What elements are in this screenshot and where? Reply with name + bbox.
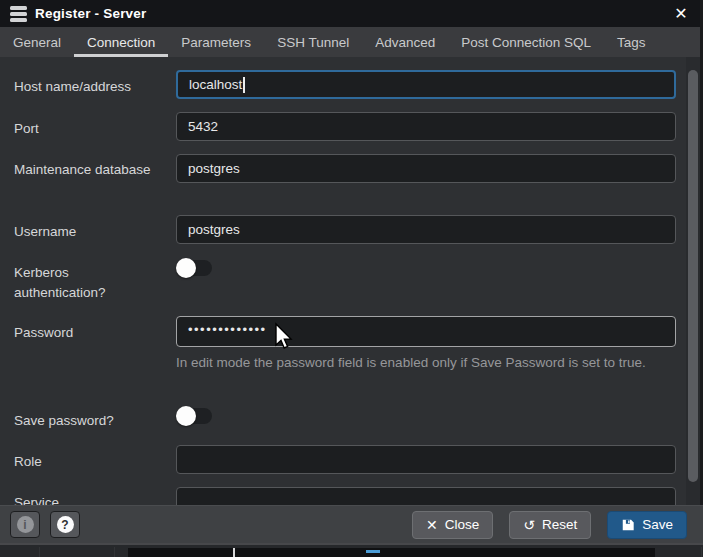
password-helper-text: In edit mode the password field is enabl… <box>176 352 674 374</box>
reset-icon: ↺ <box>523 518 535 532</box>
tab-post-connection-sql[interactable]: Post Connection SQL <box>448 27 604 57</box>
background-table-row <box>128 548 655 557</box>
close-button-label: Close <box>445 517 480 532</box>
text-caret <box>243 77 245 93</box>
register-server-dialog: Register - Server ✕ General Connection P… <box>0 0 703 557</box>
kerberos-label: Kerberos authentication? <box>14 263 164 303</box>
maintenance-db-value: postgres <box>188 161 240 176</box>
kerberos-toggle[interactable] <box>178 260 212 276</box>
toggle-knob <box>176 258 196 278</box>
username-label: Username <box>14 222 164 242</box>
save-button-label: Save <box>642 517 673 532</box>
reset-button-label: Reset <box>542 517 577 532</box>
save-button[interactable]: Save <box>607 511 687 539</box>
tab-parameters[interactable]: Parameters <box>168 27 264 57</box>
close-button-icon: ✕ <box>426 518 438 532</box>
port-value: 5432 <box>188 119 218 134</box>
close-icon[interactable]: ✕ <box>667 0 695 27</box>
maintenance-db-label: Maintenance database <box>14 160 164 180</box>
connection-form: Host name/address localhost Port 5432 Ma… <box>0 57 700 543</box>
reset-button[interactable]: ↺ Reset <box>509 511 591 539</box>
scrollbar-thumb[interactable] <box>688 70 698 482</box>
role-input[interactable] <box>176 445 676 474</box>
maintenance-db-input[interactable]: postgres <box>176 154 676 183</box>
info-icon: i <box>17 516 34 533</box>
dialog-titlebar: Register - Server ✕ <box>0 0 703 27</box>
host-input[interactable]: localhost <box>176 70 676 99</box>
tab-connection[interactable]: Connection <box>74 27 168 57</box>
password-input[interactable]: ••••••••••••• <box>176 316 676 347</box>
help-button[interactable]: ? <box>50 511 80 538</box>
background-app-strip <box>0 543 703 557</box>
host-value: localhost <box>189 77 242 92</box>
close-button[interactable]: ✕ Close <box>412 511 493 539</box>
sql-info-button[interactable]: i <box>10 511 40 538</box>
username-input[interactable]: postgres <box>176 215 676 244</box>
port-input[interactable]: 5432 <box>176 112 676 141</box>
server-icon <box>10 6 27 22</box>
tab-tags[interactable]: Tags <box>604 27 659 57</box>
host-label: Host name/address <box>14 77 164 97</box>
form-scrollbar[interactable] <box>686 57 700 543</box>
tab-general[interactable]: General <box>0 27 74 57</box>
dialog-footer: i ? ✕ Close ↺ Reset <box>0 505 703 543</box>
save-password-toggle[interactable] <box>178 408 212 424</box>
password-label: Password <box>14 323 164 343</box>
save-password-label: Save password? <box>14 411 164 431</box>
port-label: Port <box>14 119 164 139</box>
username-value: postgres <box>188 222 240 237</box>
footer-button-group: ✕ Close ↺ Reset Save <box>412 511 687 539</box>
help-icon: ? <box>57 516 74 533</box>
dialog-tabbar: General Connection Parameters SSH Tunnel… <box>0 27 703 57</box>
tab-ssh-tunnel[interactable]: SSH Tunnel <box>264 27 362 57</box>
dialog-title: Register - Server <box>35 6 146 21</box>
password-masked-value: ••••••••••••• <box>188 322 267 337</box>
role-label: Role <box>14 452 164 472</box>
toggle-knob <box>176 406 196 426</box>
save-floppy-icon <box>621 518 635 532</box>
tab-advanced[interactable]: Advanced <box>362 27 448 57</box>
